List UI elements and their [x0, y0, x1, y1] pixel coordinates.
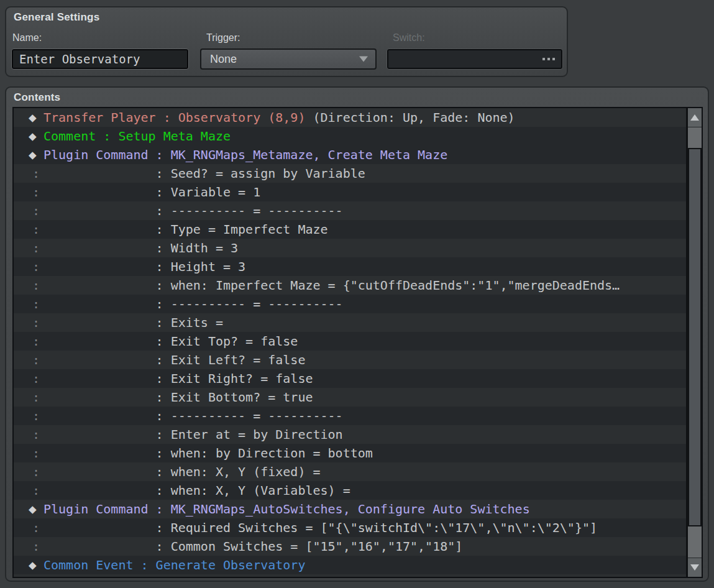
- trigger-dropdown[interactable]: None: [200, 48, 377, 70]
- row-gutter: :: [29, 166, 43, 181]
- event-param-row[interactable]: :: Required Switches = ["{\"switchId\":\…: [14, 518, 686, 537]
- row-text: : when: by Direction = bottom: [43, 446, 373, 461]
- row-text: : Width = 3: [43, 241, 238, 255]
- row-gutter: :: [29, 464, 43, 479]
- event-command-row[interactable]: ◆Transfer Player : Observatory (8,9) (Di…: [14, 108, 686, 127]
- scroll-up-button[interactable]: [688, 108, 702, 127]
- row-text: : ---------- = ----------: [43, 408, 343, 423]
- row-gutter: :: [29, 427, 43, 442]
- name-label: Name:: [12, 32, 42, 44]
- row-text: : Type = Imperfect Maze: [43, 222, 328, 237]
- scrollbar-track[interactable]: [688, 127, 702, 558]
- triangle-down-icon: [690, 564, 699, 571]
- row-text: : Enter at = by Direction: [43, 427, 343, 442]
- event-param-row[interactable]: :: when: X, Y (Variables) =: [14, 481, 686, 500]
- row-text: : Height = 3: [43, 259, 245, 274]
- event-param-row[interactable]: :: when: by Direction = bottom: [14, 444, 686, 462]
- continuation-colon: :: [29, 390, 40, 405]
- event-param-row[interactable]: :: ---------- = ----------: [14, 201, 686, 220]
- continuation-colon: :: [29, 408, 40, 423]
- event-param-row[interactable]: :: Exit Right? = false: [14, 369, 686, 388]
- scroll-down-button[interactable]: [688, 558, 702, 577]
- row-text: Plugin Command : MK_RNGMaps_AutoSwitches…: [43, 502, 530, 517]
- scrollbar-thumb[interactable]: [688, 148, 702, 526]
- event-param-row[interactable]: :: Variable = 1: [14, 183, 686, 201]
- event-command-row[interactable]: ◆Plugin Command : MK_RNGMaps_Metamaze, C…: [14, 145, 686, 164]
- continuation-colon: :: [29, 166, 40, 181]
- continuation-colon: :: [29, 334, 40, 349]
- row-gutter: :: [29, 520, 43, 535]
- continuation-colon: :: [29, 315, 40, 330]
- event-command-list[interactable]: ◆Transfer Player : Observatory (8,9) (Di…: [12, 107, 703, 578]
- row-text: : Common Switches = ["15","16","17","18"…: [43, 539, 462, 554]
- event-param-row[interactable]: :: Exit Left? = false: [14, 351, 686, 369]
- triangle-up-icon: [690, 114, 699, 121]
- name-input-value: Enter Observatory: [19, 52, 140, 66]
- row-gutter: :: [29, 371, 43, 386]
- row-gutter: :: [29, 483, 43, 498]
- continuation-colon: :: [29, 185, 40, 200]
- row-text-suffix: (Direction: Up, Fade: None): [305, 110, 515, 125]
- diamond-icon: ◆: [29, 129, 37, 144]
- switch-label: Switch:: [393, 32, 425, 44]
- row-gutter: :: [29, 352, 43, 367]
- continuation-colon: :: [29, 446, 40, 461]
- event-command-row[interactable]: ◆Comment : Setup Meta Maze: [14, 127, 686, 145]
- row-gutter: :: [29, 296, 43, 311]
- event-command-row[interactable]: ◆Common Event : Generate Observatory: [14, 556, 686, 574]
- row-gutter: ◆: [29, 127, 43, 145]
- event-param-row[interactable]: :: Exits =: [14, 313, 686, 332]
- diamond-icon: ◆: [29, 147, 37, 162]
- event-param-row[interactable]: :: ---------- = ----------: [14, 295, 686, 313]
- row-gutter: ◆: [29, 145, 43, 164]
- vertical-scrollbar[interactable]: [686, 108, 702, 577]
- event-param-row[interactable]: :: Seed? = assign by Variable: [14, 164, 686, 183]
- row-text: : Required Switches = ["{\"switchId\":\"…: [43, 520, 597, 535]
- event-param-row[interactable]: :: Height = 3: [14, 257, 686, 276]
- row-gutter: :: [29, 241, 43, 255]
- row-gutter: :: [29, 539, 43, 554]
- continuation-colon: :: [29, 203, 40, 218]
- row-gutter: ◆: [29, 556, 43, 574]
- row-text: : when: X, Y (fixed) =: [43, 464, 321, 479]
- event-param-row[interactable]: :: Enter at = by Direction: [14, 425, 686, 444]
- event-command-rows: ◆Transfer Player : Observatory (8,9) (Di…: [14, 108, 686, 577]
- row-text: Common Event : Generate Observatory: [43, 558, 305, 572]
- continuation-colon: :: [29, 520, 40, 535]
- diamond-icon: ◆: [29, 110, 37, 125]
- continuation-colon: :: [29, 278, 40, 293]
- row-gutter: ◆: [29, 108, 43, 127]
- event-param-row[interactable]: :: Exit Bottom? = true: [14, 388, 686, 407]
- continuation-colon: :: [29, 259, 40, 274]
- contents-panel: Contents ◆Transfer Player : Observatory …: [5, 86, 709, 582]
- event-param-row[interactable]: :: Exit Top? = false: [14, 332, 686, 351]
- event-param-row[interactable]: :: ---------- = ----------: [14, 407, 686, 425]
- continuation-colon: :: [29, 352, 40, 367]
- trigger-dropdown-value: None: [210, 53, 237, 66]
- event-param-row[interactable]: :: when: Imperfect Maze = {"cutOffDeadEn…: [14, 276, 686, 295]
- row-text: Plugin Command : MK_RNGMaps_Metamaze, Cr…: [43, 147, 447, 162]
- chevron-down-icon: [359, 57, 368, 62]
- row-text: : Exit Left? = false: [43, 352, 305, 367]
- row-text: : ---------- = ----------: [43, 203, 343, 218]
- row-text: : Exit Top? = false: [43, 334, 298, 349]
- general-settings-panel: General Settings Name: Enter Observatory…: [5, 6, 568, 77]
- event-param-row[interactable]: :: Width = 3: [14, 239, 686, 257]
- event-empty-row[interactable]: [14, 574, 686, 577]
- event-param-row[interactable]: :: Type = Imperfect Maze: [14, 220, 686, 239]
- row-text: : Exit Right? = false: [43, 371, 313, 386]
- event-param-row[interactable]: :: when: X, Y (fixed) =: [14, 462, 686, 481]
- row-gutter: :: [29, 222, 43, 237]
- contents-title: Contents: [14, 91, 60, 104]
- row-gutter: :: [29, 203, 43, 218]
- continuation-colon: :: [29, 539, 40, 554]
- row-text: : when: X, Y (Variables) =: [43, 483, 350, 498]
- name-input[interactable]: Enter Observatory: [11, 48, 189, 70]
- row-gutter: :: [29, 185, 43, 200]
- row-gutter: :: [29, 390, 43, 405]
- event-command-row[interactable]: ◆Plugin Command : MK_RNGMaps_AutoSwitche…: [14, 500, 686, 518]
- continuation-colon: :: [29, 222, 40, 237]
- event-param-row[interactable]: :: Common Switches = ["15","16","17","18…: [14, 537, 686, 556]
- continuation-colon: :: [29, 371, 40, 386]
- row-text: Transfer Player : Observatory (8,9) (Dir…: [43, 110, 515, 125]
